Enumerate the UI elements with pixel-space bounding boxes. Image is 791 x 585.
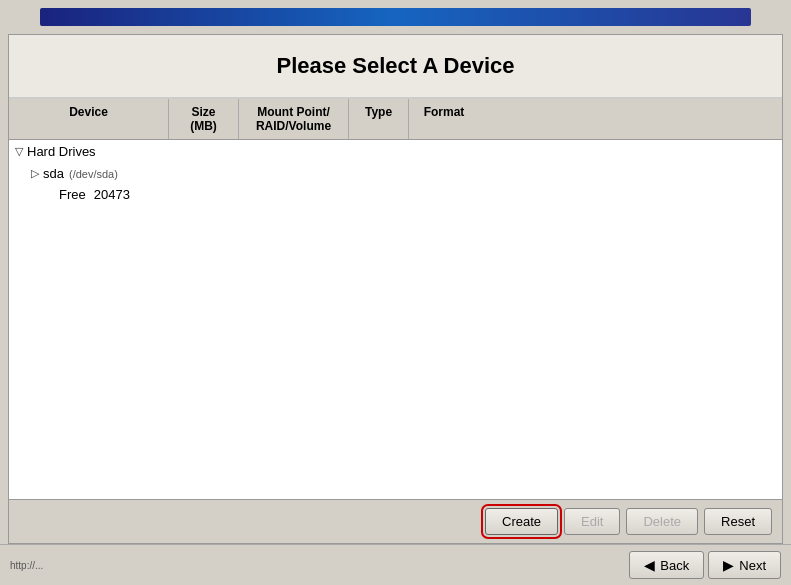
col-size: Size(MB) bbox=[169, 99, 239, 139]
reset-button[interactable]: Reset bbox=[704, 508, 772, 535]
free-size: 20473 bbox=[94, 187, 130, 202]
create-button[interactable]: Create bbox=[485, 508, 558, 535]
title-area: Please Select A Device bbox=[9, 35, 782, 98]
free-label: Free bbox=[59, 187, 86, 202]
col-device: Device bbox=[9, 99, 169, 139]
next-arrow-icon: ▶ bbox=[723, 557, 734, 573]
col-format: Format bbox=[409, 99, 479, 139]
sda-path: (/dev/sda) bbox=[69, 168, 118, 180]
back-button[interactable]: ◀ Back bbox=[629, 551, 704, 579]
back-arrow-icon: ◀ bbox=[644, 557, 655, 573]
sda-label: sda bbox=[43, 166, 64, 181]
delete-button[interactable]: Delete bbox=[626, 508, 698, 535]
next-button[interactable]: ▶ Next bbox=[708, 551, 781, 579]
tree-row-hard-drives[interactable]: ▽ Hard Drives bbox=[9, 140, 782, 163]
next-label: Next bbox=[739, 558, 766, 573]
hard-drives-label: Hard Drives bbox=[27, 144, 96, 159]
table-header: Device Size(MB) Mount Point/RAID/Volume … bbox=[9, 98, 782, 140]
chevron-hard-drives: ▽ bbox=[15, 145, 23, 158]
tree-row-sda[interactable]: ▷ sda (/dev/sda) bbox=[9, 163, 782, 184]
nav-url: http://... bbox=[10, 560, 43, 571]
edit-button[interactable]: Edit bbox=[564, 508, 620, 535]
tree-row-free[interactable]: Free 20473 bbox=[9, 184, 782, 205]
col-mount: Mount Point/RAID/Volume bbox=[239, 99, 349, 139]
progress-bar-container bbox=[0, 0, 791, 34]
progress-bar bbox=[40, 8, 751, 26]
page-title: Please Select A Device bbox=[19, 53, 772, 79]
chevron-sda: ▷ bbox=[31, 167, 39, 180]
back-label: Back bbox=[660, 558, 689, 573]
nav-row: http://... ◀ Back ▶ Next bbox=[0, 544, 791, 585]
main-panel: Please Select A Device Device Size(MB) M… bbox=[8, 34, 783, 544]
col-type: Type bbox=[349, 99, 409, 139]
table-body: ▽ Hard Drives ▷ sda (/dev/sda) Free 2047… bbox=[9, 140, 782, 499]
action-button-row: Create Edit Delete Reset bbox=[9, 499, 782, 543]
